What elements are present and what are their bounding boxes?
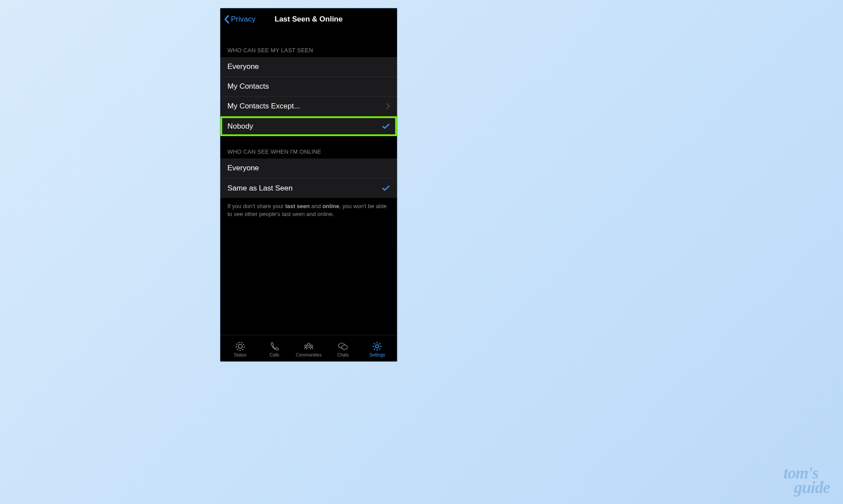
online-options: Everyone Same as Last Seen: [220, 158, 397, 198]
tab-label: Settings: [369, 353, 385, 357]
settings-content: WHO CAN SEE MY LAST SEEN Everyone My Con…: [220, 30, 397, 335]
back-button[interactable]: Privacy: [224, 15, 256, 24]
calls-icon: [269, 341, 280, 352]
option-label: My Contacts Except...: [227, 102, 300, 111]
svg-point-2: [307, 343, 310, 346]
last-seen-options: Everyone My Contacts My Contacts Except.…: [220, 57, 397, 136]
tab-settings[interactable]: Settings: [360, 341, 394, 357]
svg-line-12: [374, 343, 375, 345]
option-online-everyone[interactable]: Everyone: [220, 158, 397, 178]
tab-label: Chats: [337, 353, 349, 357]
chevron-left-icon: [224, 15, 229, 24]
svg-point-4: [310, 345, 313, 347]
tab-bar: Status Calls Communities Chats: [220, 335, 397, 361]
svg-point-3: [305, 345, 307, 347]
svg-line-13: [379, 349, 381, 350]
communities-icon: [303, 341, 314, 352]
svg-point-7: [375, 345, 378, 348]
option-label: Same as Last Seen: [227, 184, 292, 193]
settings-icon: [371, 341, 383, 352]
option-label: My Contacts: [227, 82, 269, 91]
svg-line-14: [374, 349, 375, 350]
option-nobody[interactable]: Nobody: [220, 116, 397, 136]
option-my-contacts[interactable]: My Contacts: [220, 77, 397, 97]
svg-line-15: [379, 343, 381, 345]
option-label: Nobody: [227, 122, 253, 131]
chats-icon: [337, 341, 349, 352]
checkmark-icon: [382, 185, 390, 191]
tab-calls[interactable]: Calls: [257, 341, 292, 357]
option-everyone[interactable]: Everyone: [220, 57, 397, 77]
svg-point-0: [236, 342, 244, 350]
watermark-logo: tom's guide: [783, 466, 830, 494]
section-header-online: WHO CAN SEE WHEN I'M ONLINE: [220, 136, 397, 158]
tab-label: Calls: [270, 353, 279, 357]
svg-point-1: [238, 344, 242, 348]
page-title: Last Seen & Online: [275, 15, 343, 24]
status-icon: [234, 341, 246, 352]
tab-communities[interactable]: Communities: [292, 341, 326, 357]
back-label: Privacy: [231, 15, 256, 24]
tab-label: Status: [234, 353, 246, 357]
tab-status[interactable]: Status: [223, 341, 257, 357]
nav-header: Privacy Last Seen & Online: [220, 8, 397, 30]
tab-chats[interactable]: Chats: [326, 341, 360, 357]
option-my-contacts-except[interactable]: My Contacts Except...: [220, 97, 397, 116]
svg-point-6: [342, 345, 347, 349]
checkmark-icon: [382, 123, 390, 130]
option-label: Everyone: [227, 62, 259, 71]
chevron-right-icon: [386, 103, 390, 109]
option-label: Everyone: [227, 164, 259, 173]
option-same-as-last-seen[interactable]: Same as Last Seen: [220, 178, 397, 198]
tab-label: Communities: [296, 353, 321, 357]
phone-screen: Privacy Last Seen & Online WHO CAN SEE M…: [220, 8, 397, 362]
section-header-last-seen: WHO CAN SEE MY LAST SEEN: [220, 30, 397, 57]
privacy-footer-note: If you don't share your last seen and on…: [220, 198, 397, 223]
